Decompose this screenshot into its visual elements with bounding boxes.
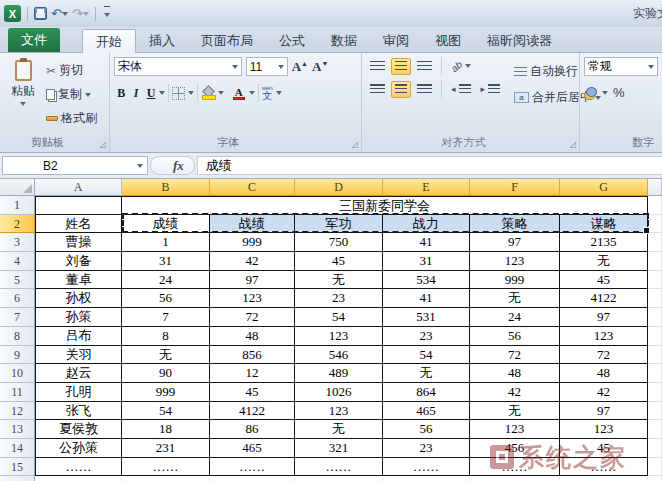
fill-color-icon[interactable] <box>201 86 215 100</box>
tab-福昕阅读器[interactable]: 福昕阅读器 <box>474 29 565 52</box>
cell[interactable]: 谋略 <box>560 215 648 234</box>
cell[interactable]: 231 <box>122 439 210 458</box>
copy-button[interactable]: 复制 <box>42 83 101 106</box>
cell[interactable]: 72 <box>210 308 295 327</box>
cell[interactable]: 无 <box>470 289 560 308</box>
column-header-D[interactable]: D <box>295 179 383 196</box>
cell[interactable] <box>35 476 122 481</box>
cell[interactable]: 123 <box>295 327 383 346</box>
row-header-15[interactable]: 15 <box>0 458 35 477</box>
redo-button[interactable]: ↷ <box>72 7 89 21</box>
cell[interactable]: 123 <box>470 420 560 439</box>
percent-format-button[interactable]: % <box>613 85 625 100</box>
chevron-down-icon[interactable] <box>159 91 165 95</box>
cell[interactable]: 41 <box>383 289 470 308</box>
row-header-6[interactable]: 6 <box>0 289 35 308</box>
cell[interactable]: 23 <box>383 439 470 458</box>
cell[interactable]: 4122 <box>210 402 295 421</box>
tab-审阅[interactable]: 审阅 <box>370 29 422 52</box>
cell[interactable]: 546 <box>295 346 383 365</box>
row-header-12[interactable]: 12 <box>0 402 35 421</box>
cell[interactable]: 孔明 <box>35 383 122 402</box>
borders-icon[interactable] <box>172 87 185 100</box>
cell[interactable]: 公孙策 <box>35 439 122 458</box>
cell[interactable]: …… <box>122 458 210 477</box>
cell[interactable]: 无 <box>295 420 383 439</box>
cell[interactable]: 45 <box>560 271 648 290</box>
font-name-combobox[interactable]: 宋体 <box>114 57 242 76</box>
cell[interactable]: 56 <box>470 327 560 346</box>
chevron-down-icon[interactable] <box>276 91 282 95</box>
format-painter-button[interactable]: 格式刷 <box>42 107 101 130</box>
font-size-combobox[interactable]: 11 <box>246 57 288 76</box>
cell[interactable]: 123 <box>560 327 648 346</box>
cell[interactable] <box>648 252 662 271</box>
cell[interactable]: 战力 <box>383 215 470 234</box>
cell[interactable]: 12 <box>210 364 295 383</box>
align-middle-button[interactable] <box>391 58 411 75</box>
cell[interactable]: 465 <box>210 439 295 458</box>
cell[interactable]: …… <box>35 458 122 477</box>
cell[interactable]: 42 <box>210 252 295 271</box>
align-bottom-button[interactable] <box>413 58 436 75</box>
row-header-13[interactable]: 13 <box>0 420 35 439</box>
column-header-G[interactable]: G <box>560 179 648 196</box>
tab-插入[interactable]: 插入 <box>136 29 188 52</box>
cell[interactable] <box>648 233 662 252</box>
column-header-B[interactable]: B <box>122 179 210 196</box>
grow-font-button[interactable]: A▲ <box>292 59 308 75</box>
cell[interactable]: 24 <box>470 308 560 327</box>
tab-视图[interactable]: 视图 <box>422 29 474 52</box>
paste-button[interactable]: 粘贴 <box>4 57 42 134</box>
cell[interactable]: 董卓 <box>35 271 122 290</box>
increase-indent-button[interactable]: ▸ <box>477 81 505 98</box>
name-box[interactable]: B2 <box>2 156 148 175</box>
cell[interactable]: 1 <box>122 233 210 252</box>
row-header-14[interactable]: 14 <box>0 439 35 458</box>
row-header-2[interactable]: 2 <box>0 215 35 234</box>
cell[interactable]: 24 <box>122 271 210 290</box>
cell[interactable]: 31 <box>383 252 470 271</box>
cell[interactable]: 2135 <box>560 233 648 252</box>
cell[interactable]: 41 <box>383 233 470 252</box>
cell[interactable]: 45 <box>560 439 648 458</box>
cell[interactable] <box>210 476 295 481</box>
cell[interactable]: 42 <box>470 383 560 402</box>
chevron-down-icon[interactable] <box>188 91 194 95</box>
cell[interactable]: 48 <box>560 364 648 383</box>
cell[interactable]: 军功 <box>295 215 383 234</box>
cell[interactable] <box>470 476 560 481</box>
cell[interactable] <box>648 327 662 346</box>
cell[interactable]: 刘备 <box>35 252 122 271</box>
cell[interactable]: 孙策 <box>35 308 122 327</box>
cell[interactable]: 123 <box>560 420 648 439</box>
row-header-11[interactable]: 11 <box>0 383 35 402</box>
insert-function-button[interactable]: fx <box>150 156 195 175</box>
cell[interactable]: 48 <box>470 364 560 383</box>
cell[interactable]: 策略 <box>470 215 560 234</box>
select-all-button[interactable] <box>0 179 35 196</box>
cell[interactable]: 无 <box>383 364 470 383</box>
shrink-font-button[interactable]: A▼ <box>312 59 328 75</box>
bold-button[interactable]: B <box>114 86 129 101</box>
cell[interactable] <box>648 364 662 383</box>
cell[interactable]: 56 <box>383 420 470 439</box>
cell[interactable]: 864 <box>383 383 470 402</box>
cell[interactable] <box>648 289 662 308</box>
align-right-button[interactable] <box>413 81 436 98</box>
excel-logo-icon[interactable]: X <box>4 5 21 22</box>
cell[interactable]: 123 <box>210 289 295 308</box>
cell[interactable]: 8 <box>122 327 210 346</box>
cell[interactable] <box>35 196 122 215</box>
tab-file[interactable]: 文件 <box>8 28 60 52</box>
dialog-launcher-icon[interactable]: ◿ <box>570 141 576 149</box>
tab-开始[interactable]: 开始 <box>82 29 136 53</box>
cell[interactable] <box>648 458 662 477</box>
cell[interactable] <box>648 402 662 421</box>
column-header-F[interactable]: F <box>470 179 560 196</box>
cell[interactable]: 吕布 <box>35 327 122 346</box>
tab-页面布局[interactable]: 页面布局 <box>188 29 266 52</box>
cell[interactable]: 321 <box>295 439 383 458</box>
cell[interactable]: 45 <box>295 252 383 271</box>
cell[interactable]: …… <box>470 458 560 477</box>
